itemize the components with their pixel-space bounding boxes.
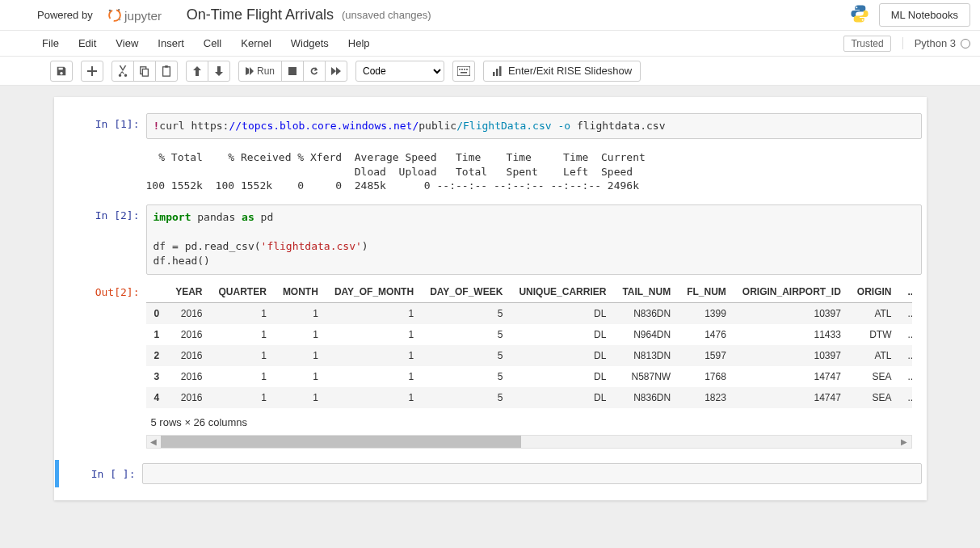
save-button[interactable] — [50, 61, 73, 82]
table-cell: 1 — [275, 366, 326, 387]
command-palette-button[interactable] — [452, 61, 475, 82]
row-index: 2 — [146, 345, 168, 366]
powered-by-label: Powered by — [37, 9, 93, 21]
table-cell: 1 — [211, 387, 275, 408]
scroll-right-arrow[interactable]: ▶ — [898, 436, 911, 448]
restart-run-all-button[interactable] — [325, 61, 347, 82]
column-header: DAY_OF_WEEK — [422, 281, 511, 303]
table-cell: ... — [900, 345, 912, 366]
menu-view[interactable]: View — [106, 32, 148, 54]
notebook-title[interactable]: On-Time Flight Arrivals — [187, 6, 334, 23]
menu-help[interactable]: Help — [339, 32, 380, 54]
kernel-status-icon — [961, 39, 970, 48]
table-cell: 1 — [275, 324, 326, 345]
stdout-output: % Total % Received % Xferd Average Speed… — [146, 145, 922, 198]
notebook-area: In [1]: !curl https://topcs.blob.core.wi… — [0, 86, 980, 548]
table-cell: 5 — [422, 345, 511, 366]
column-header: UNIQUE_CARRIER — [511, 281, 614, 303]
column-header: ORIGIN_AIRPORT_ID — [734, 281, 849, 303]
column-header: ... — [900, 281, 912, 303]
interrupt-button[interactable] — [281, 61, 304, 82]
code-cell[interactable]: In [2]: import pandas as pd df = pd.read… — [59, 201, 922, 278]
row-index: 4 — [146, 387, 168, 408]
table-cell: ATL — [849, 302, 900, 324]
code-input-empty[interactable] — [142, 463, 922, 484]
rise-slideshow-button[interactable]: Enter/Exit RISE Slideshow — [483, 61, 641, 82]
row-index: 0 — [146, 302, 168, 324]
trusted-badge[interactable]: Trusted — [843, 36, 890, 52]
table-cell: 1 — [211, 345, 275, 366]
table-cell: DL — [511, 387, 614, 408]
table-cell: 1 — [275, 302, 326, 324]
menu-cell[interactable]: Cell — [194, 32, 231, 54]
table-cell: SEA — [849, 366, 900, 387]
table-cell: DL — [511, 366, 614, 387]
table-cell: N836DN — [614, 387, 679, 408]
table-cell: 5 — [422, 324, 511, 345]
table-cell: SEA — [849, 387, 900, 408]
run-label: Run — [257, 65, 275, 77]
svg-point-5 — [856, 6, 857, 8]
restart-button[interactable] — [303, 61, 326, 82]
scrollbar-track[interactable] — [161, 436, 898, 448]
kernel-indicator[interactable]: Python 3 — [902, 37, 970, 49]
table-cell: 5 — [422, 366, 511, 387]
table-cell: DL — [511, 324, 614, 345]
code-input[interactable]: !curl https://topcs.blob.core.windows.ne… — [146, 113, 922, 139]
insert-cell-button[interactable] — [81, 61, 103, 82]
menu-file[interactable]: File — [32, 32, 69, 54]
svg-rect-12 — [457, 66, 470, 76]
column-header: YEAR — [167, 281, 210, 303]
celltype-select[interactable]: Code Markdown Raw NBConvert Heading — [355, 61, 444, 82]
code-cell-selected[interactable]: In [ ]: — [55, 460, 922, 487]
table-cell: 1823 — [679, 387, 734, 408]
cut-button[interactable] — [111, 61, 134, 82]
move-down-button[interactable] — [208, 61, 230, 82]
copy-button[interactable] — [133, 61, 156, 82]
svg-rect-17 — [461, 72, 467, 74]
input-prompt: In [ ]: — [59, 463, 142, 484]
output-prompt: Out[2]: — [59, 281, 146, 449]
dataframe-output: YEARQUARTERMONTHDAY_OF_MONTHDAY_OF_WEEKU… — [146, 281, 912, 408]
svg-rect-13 — [459, 69, 461, 70]
python-icon — [848, 3, 871, 27]
paste-button[interactable] — [155, 61, 178, 82]
table-row: 020161115DLN836DN139910397ATL... — [146, 302, 912, 324]
menu-kernel[interactable]: Kernel — [231, 32, 281, 54]
column-header: ORIGIN — [849, 281, 900, 303]
table-cell: ATL — [849, 345, 900, 366]
menu-insert[interactable]: Insert — [148, 32, 194, 54]
ml-notebooks-button[interactable]: ML Notebooks — [879, 3, 970, 27]
table-cell: 2016 — [167, 324, 210, 345]
svg-rect-15 — [464, 69, 465, 70]
menu-widgets[interactable]: Widgets — [281, 32, 339, 54]
svg-rect-18 — [493, 72, 495, 76]
table-cell: 1768 — [679, 366, 734, 387]
scrollbar-thumb[interactable] — [161, 436, 522, 448]
svg-rect-14 — [461, 69, 463, 70]
table-cell: 1399 — [679, 302, 734, 324]
horizontal-scrollbar[interactable]: ◀ ▶ — [146, 435, 912, 449]
svg-rect-9 — [163, 66, 170, 75]
move-up-button[interactable] — [186, 61, 208, 82]
code-cell[interactable]: In [1]: !curl https://topcs.blob.core.wi… — [59, 110, 922, 142]
output-prompt-empty — [59, 145, 146, 198]
header-bar: Powered by jupyter On-Time Flight Arriva… — [0, 0, 980, 31]
table-row: 420161115DLN836DN182314747SEA... — [146, 387, 912, 408]
run-button[interactable]: Run — [238, 61, 282, 82]
svg-rect-19 — [496, 69, 498, 76]
row-index: 3 — [146, 366, 168, 387]
scroll-left-arrow[interactable]: ◀ — [147, 436, 161, 448]
menu-edit[interactable]: Edit — [69, 32, 106, 54]
code-input[interactable]: import pandas as pd df = pd.read_csv('fl… — [146, 204, 922, 275]
svg-rect-11 — [288, 67, 297, 75]
svg-point-2 — [118, 18, 120, 19]
table-cell: 1 — [211, 324, 275, 345]
table-cell: 1 — [326, 345, 422, 366]
column-header: MONTH — [275, 281, 326, 303]
svg-rect-16 — [466, 69, 468, 70]
svg-point-1 — [108, 9, 111, 11]
jupyter-logo[interactable]: jupyter — [103, 6, 175, 25]
output-cell: Out[2]: YEARQUARTERMONTHDAY_OF_MONTHDAY_… — [59, 278, 922, 452]
table-row: 120161115DLN964DN147611433DTW... — [146, 324, 912, 345]
